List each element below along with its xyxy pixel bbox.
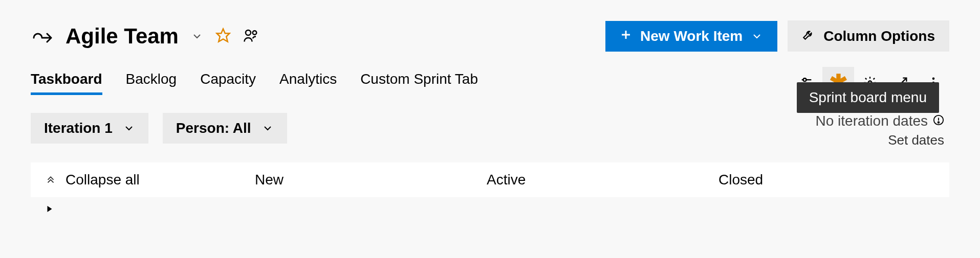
tab-taskboard[interactable]: Taskboard (31, 71, 102, 95)
team-name: Agile Team (66, 24, 179, 49)
person-chip[interactable]: Person: All (163, 113, 287, 144)
column-options-label: Column Options (823, 28, 935, 44)
tabs-row: Taskboard Backlog Capacity Analytics Cus… (31, 67, 949, 99)
svg-point-11 (932, 78, 935, 80)
svg-point-6 (803, 78, 807, 81)
svg-point-16 (938, 122, 940, 123)
info-icon[interactable] (933, 113, 944, 129)
board-row (31, 197, 949, 223)
iteration-chip-label: Iteration 1 (44, 120, 113, 136)
collapse-all-button[interactable]: Collapse all (45, 172, 239, 188)
wrench-icon (802, 28, 815, 44)
collapse-all-label: Collapse all (66, 172, 140, 188)
chevron-down-icon (262, 122, 274, 134)
sprint-board-menu-tooltip: Sprint board menu (797, 82, 939, 113)
column-new: New (255, 172, 471, 188)
column-active: Active (487, 172, 703, 188)
expand-triangle-icon[interactable] (45, 204, 54, 216)
board-columns-header: Collapse all New Active Closed (31, 162, 949, 197)
plus-icon (620, 28, 632, 44)
svg-point-1 (246, 30, 251, 35)
tab-backlog[interactable]: Backlog (126, 71, 177, 95)
chevron-down-icon (751, 30, 763, 42)
svg-marker-17 (48, 206, 52, 212)
chevron-down-icon (123, 122, 135, 134)
no-iteration-dates: No iteration dates (816, 113, 944, 129)
column-options-button[interactable]: Column Options (788, 20, 949, 52)
favorite-star-icon[interactable] (215, 28, 231, 45)
tab-analytics[interactable]: Analytics (279, 71, 337, 95)
new-work-item-button[interactable]: New Work Item (605, 21, 777, 52)
svg-marker-0 (216, 29, 229, 41)
tab-capacity[interactable]: Capacity (200, 71, 256, 95)
person-chip-label: Person: All (176, 120, 251, 136)
team-picker-chevron[interactable] (191, 30, 203, 42)
svg-point-2 (253, 31, 257, 35)
collapse-all-icon (45, 173, 56, 186)
set-dates-link[interactable]: Set dates (816, 132, 944, 148)
new-work-item-label: New Work Item (640, 28, 743, 44)
tab-custom[interactable]: Custom Sprint Tab (360, 71, 478, 95)
sprint-icon (31, 28, 53, 45)
column-closed: Closed (718, 172, 935, 188)
team-members-icon[interactable] (243, 28, 258, 45)
page-header: Agile Team New Work Item Col (31, 20, 949, 52)
iteration-chip[interactable]: Iteration 1 (31, 113, 148, 144)
